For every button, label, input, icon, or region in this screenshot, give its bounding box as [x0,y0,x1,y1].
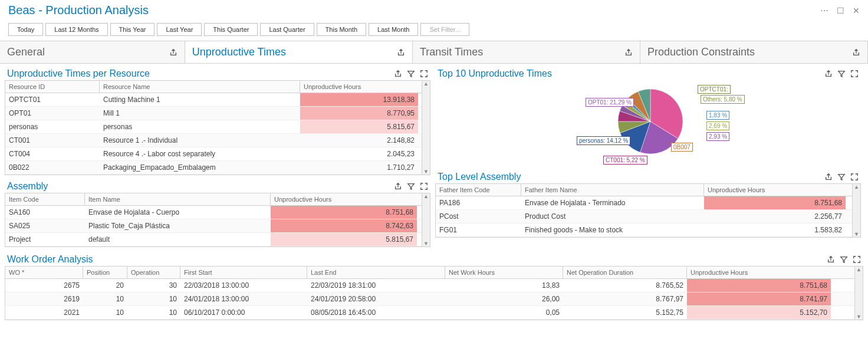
btn-this-year[interactable]: This Year [110,23,155,36]
col-unprod-hours[interactable]: Unproductive Hours [300,81,418,93]
btn-this-month[interactable]: This Month [317,23,366,36]
cell-father-name: Finished goods - Make to stock [521,223,704,236]
scroll-down-icon[interactable]: ▼ [853,231,860,237]
col-unprod-hours[interactable]: Unproductive Hours [687,267,831,278]
scrollbar[interactable]: ▲ ▼ [852,184,860,237]
table-row[interactable]: personas personas 5.815,67 [5,120,422,134]
scroll-down-icon[interactable]: ▼ [855,314,863,320]
scroll-up-icon[interactable]: ▲ [422,193,430,199]
table-row[interactable]: CT001 Resource 1 .- Individual 2.148,82 [5,134,422,147]
filter-icon[interactable] [837,70,846,78]
tab-constraints[interactable]: Production Constraints [640,41,868,63]
btn-last-quarter[interactable]: Last Quarter [260,23,314,36]
cell-hours: 8.770,95 [300,107,418,120]
export-icon[interactable] [397,48,405,57]
btn-this-quarter[interactable]: This Quarter [204,23,258,36]
table-row[interactable]: 2021 10 10 06/10/2017 0:00:00 08/05/2018… [5,306,854,320]
filter-icon[interactable] [840,255,848,264]
cell-father-name: Product Cost [521,210,704,223]
cell-resource-id: OPT01 [5,107,100,120]
col-unprod-hours[interactable]: Unproductive Hours [271,193,417,205]
col-resource-id[interactable]: Resource ID [5,81,100,93]
export-icon[interactable] [852,48,860,57]
tab-general-label: General [7,46,45,58]
col-father-code[interactable]: Father Item Code [436,184,521,196]
window-title: Beas - Production Analysis [8,4,149,17]
cell-hours: 5.815,67 [300,120,418,133]
export-icon[interactable] [824,173,833,181]
filter-icon[interactable] [837,173,846,181]
filter-icon[interactable] [407,70,415,78]
col-position[interactable]: Position [83,267,127,278]
pie-label: OPTCT01: [698,85,731,94]
table-row[interactable]: 0B022 Packaging_Empacado_Embalagem 1.710… [5,161,422,175]
panel-top10-title: Top 10 Unproductive Times [438,68,552,79]
tab-unproductive[interactable]: Unproductive Times [185,41,413,63]
table-row[interactable]: CT004 Resource 4 .- Labor cost separatel… [5,147,422,161]
tab-general[interactable]: General [0,41,185,63]
export-icon[interactable] [624,48,633,57]
export-icon[interactable] [394,182,402,190]
col-operation[interactable]: Operation [127,267,180,278]
table-row[interactable]: SA160 Envase de Hojalata - Cuerpo 8.751,… [5,206,422,219]
col-resource-name[interactable]: Resource Name [100,81,300,93]
table-row[interactable]: PA186 Envase de Hojalata - Terminado 8.7… [436,196,852,210]
scrollbar[interactable]: ▲ ▼ [854,267,863,320]
cell-op: 30 [127,279,180,292]
export-icon[interactable] [169,48,177,57]
table-row[interactable]: PCost Product Cost 2.256,77 [436,210,852,223]
cell-item-name: Envase de Hojalata - Cuerpo [85,206,271,219]
grid-upr-body: OPTCT01 Cutting Machine 1 13.918,38OPT01… [5,93,422,175]
col-wo[interactable]: WO * [5,267,83,278]
export-icon[interactable] [824,70,833,78]
table-row[interactable]: 2619 10 10 24/01/2018 13:00:00 24/01/201… [5,292,854,306]
scrollbar[interactable]: ▲ ▼ [422,193,430,246]
scrollbar[interactable]: ▲ ▼ [422,81,430,175]
pie-label: 2,93 % [706,132,729,141]
table-row[interactable]: OPT01 Mill 1 8.770,95 [5,107,422,120]
table-row[interactable]: SA025 Plastic Tote_Caja Plástica 8.742,6… [5,219,422,233]
table-row[interactable]: OPTCT01 Cutting Machine 1 13.918,38 [5,93,422,107]
scroll-up-icon[interactable]: ▲ [853,184,860,190]
btn-last-12-months[interactable]: Last 12 Months [45,23,107,36]
btn-last-month[interactable]: Last Month [369,23,418,36]
more-icon[interactable]: ⋯ [820,6,828,15]
cell-item-code: Project [5,233,85,246]
fullscreen-icon[interactable] [853,255,861,264]
close-icon[interactable]: ✕ [853,6,860,15]
filter-icon[interactable] [407,182,415,190]
btn-last-year[interactable]: Last Year [157,23,202,36]
col-father-name[interactable]: Father Item Name [521,184,704,196]
col-net-work[interactable]: Net Work Hours [445,267,563,278]
fullscreen-icon[interactable] [850,173,859,181]
export-icon[interactable] [394,70,402,78]
fullscreen-icon[interactable] [420,70,428,78]
col-first-start[interactable]: First Start [180,267,307,278]
col-net-op-dur[interactable]: Net Operation Duration [563,267,687,278]
col-unprod-hours[interactable]: Unproductive Hours [704,184,846,196]
scroll-up-icon[interactable]: ▲ [422,81,430,87]
cell-resource-name: Resource 4 .- Labor cost separately [100,147,300,160]
btn-set-filter[interactable]: Set Filter... [420,23,469,36]
pie-chart[interactable]: OPT01: 21,29 %personas: 14,12 %CT001: 5,… [435,80,861,166]
pie-label: 2,69 % [706,121,729,130]
btn-today[interactable]: Today [8,23,43,36]
col-item-code[interactable]: Item Code [5,193,85,205]
table-row[interactable]: 2675 20 30 22/03/2018 13:00:00 22/03/201… [5,279,854,292]
cell-resource-name: Resource 1 .- Individual [100,134,300,147]
export-icon[interactable] [827,255,835,264]
col-last-end[interactable]: Last End [307,267,445,278]
grid-wo: WO * Position Operation First Start Last… [5,266,863,320]
table-row[interactable]: FG01 Finished goods - Make to stock 1.58… [436,223,852,237]
scroll-down-icon[interactable]: ▼ [422,241,430,246]
cell-resource-id: OPTCT01 [5,93,100,106]
col-item-name[interactable]: Item Name [85,193,271,205]
scroll-up-icon[interactable]: ▲ [855,267,863,272]
maximize-icon[interactable]: ☐ [837,6,844,15]
table-row[interactable]: Project default 5.815,67 [5,233,422,246]
scroll-down-icon[interactable]: ▼ [422,169,430,175]
tab-transit[interactable]: Transit Times [413,41,640,63]
cell-wo: 2675 [5,279,83,292]
fullscreen-icon[interactable] [850,70,859,78]
fullscreen-icon[interactable] [420,182,428,190]
